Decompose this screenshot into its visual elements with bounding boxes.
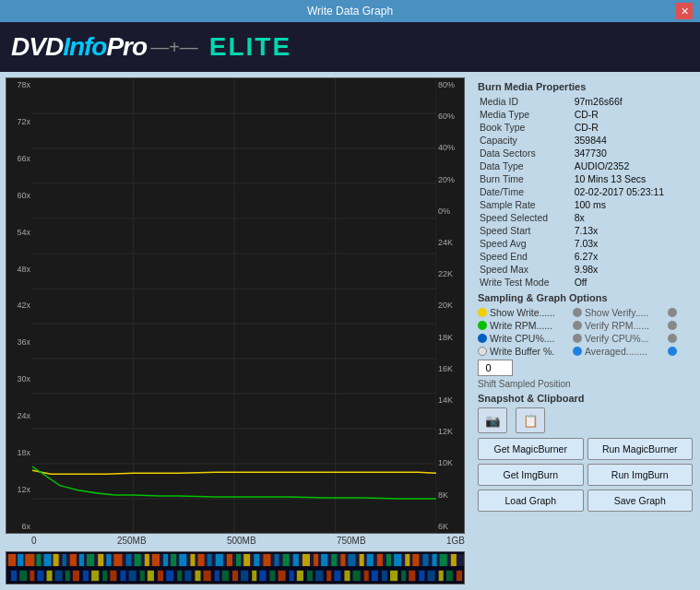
get-magicburner-button[interactable]: Get MagicBurner — [478, 438, 584, 460]
y-label-r-4: 0% — [438, 206, 462, 216]
svg-rect-63 — [405, 554, 409, 566]
svg-rect-82 — [120, 571, 125, 581]
svg-rect-113 — [409, 571, 415, 581]
run-imgburn-button[interactable]: Run ImgBurn — [587, 464, 694, 486]
y-label-12: 6x — [8, 522, 30, 531]
svg-rect-84 — [140, 571, 145, 581]
svg-rect-25 — [53, 554, 59, 566]
y-label-r-0: 80% — [438, 80, 462, 89]
graph-svg — [32, 78, 436, 533]
svg-rect-102 — [307, 571, 313, 581]
svg-rect-45 — [236, 554, 241, 566]
y-label-r-2: 40% — [438, 143, 462, 152]
snapshot-section: 📷 📋 — [478, 407, 693, 433]
dot-rpm — [478, 321, 487, 330]
property-label: Speed Max — [478, 263, 573, 276]
svg-rect-96 — [252, 571, 256, 581]
logo: DVDInfoPro — [11, 32, 147, 62]
svg-rect-59 — [367, 554, 374, 566]
y-label-r-7: 20K — [438, 301, 462, 310]
save-graph-button[interactable]: Save Graph — [587, 490, 694, 512]
sampling-row-3: Write Buffer %. Averaged........ — [478, 346, 693, 357]
svg-rect-88 — [177, 571, 182, 581]
svg-rect-105 — [334, 571, 340, 581]
svg-rect-52 — [303, 554, 310, 566]
svg-rect-71 — [19, 571, 27, 581]
svg-rect-41 — [198, 554, 205, 566]
svg-rect-23 — [36, 554, 41, 566]
svg-rect-72 — [30, 571, 34, 581]
property-label: Speed End — [478, 250, 573, 263]
svg-rect-28 — [79, 554, 84, 566]
y-axis-right: 80% 60% 40% 20% 0% 24K 22K 20K 18K 16K 1… — [436, 78, 464, 533]
property-label: Speed Start — [478, 224, 573, 237]
svg-rect-76 — [65, 571, 70, 581]
y-label-r-5: 24K — [438, 238, 462, 247]
svg-rect-79 — [91, 571, 99, 581]
property-value: 7.13x — [573, 224, 693, 237]
svg-rect-112 — [401, 571, 406, 581]
clipboard-button[interactable]: 📋 — [516, 407, 545, 433]
logo-pro: Pro — [106, 32, 147, 61]
y-label-8: 30x — [8, 374, 30, 384]
svg-rect-118 — [457, 571, 462, 581]
svg-rect-91 — [204, 571, 211, 581]
property-row: Speed Max9.98x — [478, 263, 693, 276]
y-label-r-14: 6K — [438, 522, 462, 531]
header-banner: DVDInfoPro —+— ELITE — [0, 22, 700, 72]
svg-rect-55 — [331, 554, 337, 566]
svg-rect-98 — [269, 571, 275, 581]
run-magicburner-button[interactable]: Run MagicBurner — [587, 438, 694, 460]
property-row: Media TypeCD-R — [478, 108, 693, 121]
shift-sampled-label-row: Shift Sampled Position — [478, 379, 693, 389]
property-row: Speed Avg7.03x — [478, 237, 693, 250]
logo-divider: —+— — [150, 37, 198, 58]
property-value: CD-R — [573, 121, 693, 134]
svg-rect-81 — [110, 571, 116, 581]
filmstrip-svg — [6, 552, 464, 584]
camera-button[interactable]: 📷 — [478, 407, 507, 433]
property-value: CD-R — [573, 108, 693, 121]
property-row: Sample Rate100 ms — [478, 198, 693, 211]
dot-verify-rpm-indicator — [668, 321, 677, 330]
svg-rect-70 — [11, 571, 17, 581]
get-imgburn-button[interactable]: Get ImgBurn — [478, 464, 584, 486]
property-row: Data TypeAUDIO/2352 — [478, 159, 693, 172]
main-area: 78x 72x 66x 60x 54x 48x 42x 36x 30x 24x … — [0, 72, 700, 590]
svg-rect-50 — [283, 554, 290, 566]
svg-rect-64 — [412, 554, 419, 566]
x-label-4: 1GB — [446, 536, 465, 546]
sampled-position-input[interactable] — [478, 360, 513, 376]
svg-rect-47 — [254, 554, 259, 566]
sampling-row-0: Show Write...... Show Verify..... — [478, 307, 693, 318]
y-label-5: 48x — [8, 265, 30, 274]
svg-rect-60 — [377, 554, 383, 566]
svg-rect-40 — [190, 554, 195, 566]
property-value: 7.03x — [573, 237, 693, 250]
load-graph-button[interactable]: Load Graph — [478, 490, 584, 512]
properties-table: Media ID97m26s66fMedia TypeCD-RBook Type… — [478, 95, 693, 289]
action-buttons: Get MagicBurner Run MagicBurner Get ImgB… — [478, 438, 693, 512]
svg-rect-93 — [222, 571, 229, 581]
svg-rect-99 — [279, 571, 286, 581]
svg-rect-114 — [419, 571, 424, 581]
property-label: Speed Avg — [478, 237, 573, 250]
property-label: Media Type — [478, 108, 573, 121]
y-label-11: 12x — [8, 485, 30, 494]
svg-rect-26 — [63, 554, 66, 566]
shift-sampled-label: Shift Sampled Position — [478, 379, 579, 389]
dot-averaged — [573, 347, 582, 356]
svg-rect-24 — [43, 554, 51, 566]
logo-elite: ELITE — [209, 32, 291, 62]
close-button[interactable]: ✕ — [676, 3, 693, 19]
slider-row — [478, 360, 693, 376]
svg-rect-37 — [163, 554, 168, 566]
y-label-7: 36x — [8, 337, 30, 347]
svg-rect-54 — [321, 554, 327, 566]
svg-rect-101 — [297, 571, 303, 581]
label-averaged: Averaged........ — [585, 346, 668, 357]
svg-rect-57 — [348, 554, 355, 566]
svg-rect-39 — [179, 554, 186, 566]
property-row: Book TypeCD-R — [478, 121, 693, 134]
logo-info: Info — [63, 32, 106, 61]
